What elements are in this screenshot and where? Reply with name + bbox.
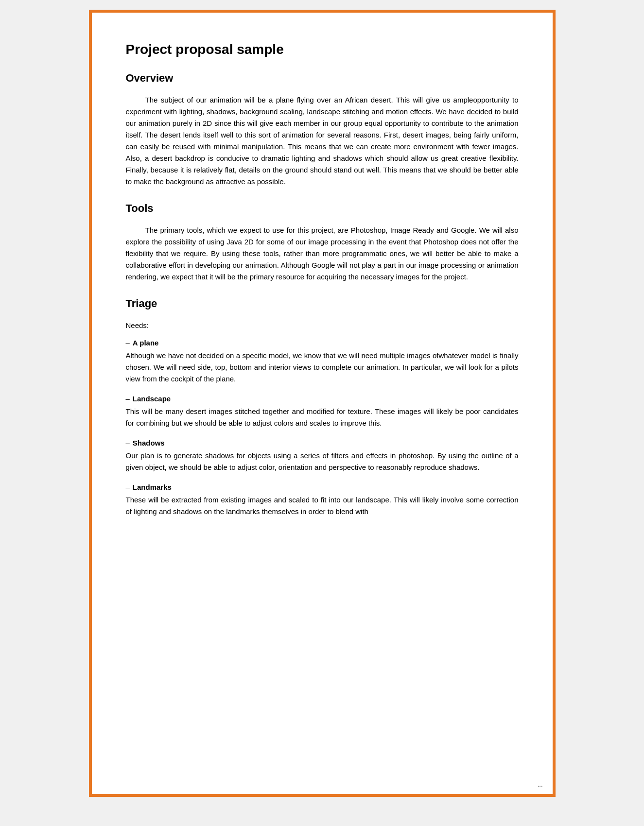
shadows-subsection: – Shadows Our plan is to generate shadow… — [126, 439, 519, 473]
landscape-body: This will be many desert images stitched… — [126, 406, 519, 429]
needs-label: Needs: — [126, 320, 519, 331]
plane-body: Although we have not decided on a specif… — [126, 350, 519, 385]
page-wrapper: Project proposal sample Overview The sub… — [89, 10, 556, 797]
triage-heading: Triage — [126, 297, 519, 310]
overview-heading: Overview — [126, 72, 519, 85]
shadows-heading-line: – Shadows — [126, 439, 519, 447]
page-dots: ... — [538, 781, 543, 788]
shadows-body: Our plan is to generate shadows for obje… — [126, 450, 519, 473]
plane-heading: A plane — [133, 339, 159, 347]
page-title: Project proposal sample — [126, 42, 519, 57]
plane-heading-line: – A plane — [126, 339, 519, 347]
tools-paragraph: The primary tools, which we expect to us… — [126, 224, 519, 283]
landmarks-dash: – — [126, 483, 130, 491]
landscape-dash: – — [126, 395, 130, 403]
landscape-heading: Landscape — [133, 395, 171, 403]
overview-section: Overview The subject of our animation wi… — [126, 72, 519, 188]
landmarks-subsection: – Landmarks These will be extracted from… — [126, 483, 519, 517]
tools-section: Tools The primary tools, which we expect… — [126, 202, 519, 283]
landmarks-heading-line: – Landmarks — [126, 483, 519, 491]
shadows-heading: Shadows — [133, 439, 165, 447]
landscape-subsection: – Landscape This will be many desert ima… — [126, 395, 519, 429]
triage-section: Triage Needs: – A plane Although we have… — [126, 297, 519, 517]
tools-heading: Tools — [126, 202, 519, 215]
plane-dash: – — [126, 339, 130, 347]
landscape-heading-line: – Landscape — [126, 395, 519, 403]
shadows-dash: – — [126, 439, 130, 447]
landmarks-heading: Landmarks — [133, 483, 172, 491]
plane-subsection: – A plane Although we have not decided o… — [126, 339, 519, 385]
landmarks-body: These will be extracted from existing im… — [126, 494, 519, 517]
overview-paragraph: The subject of our animation will be a p… — [126, 94, 519, 188]
